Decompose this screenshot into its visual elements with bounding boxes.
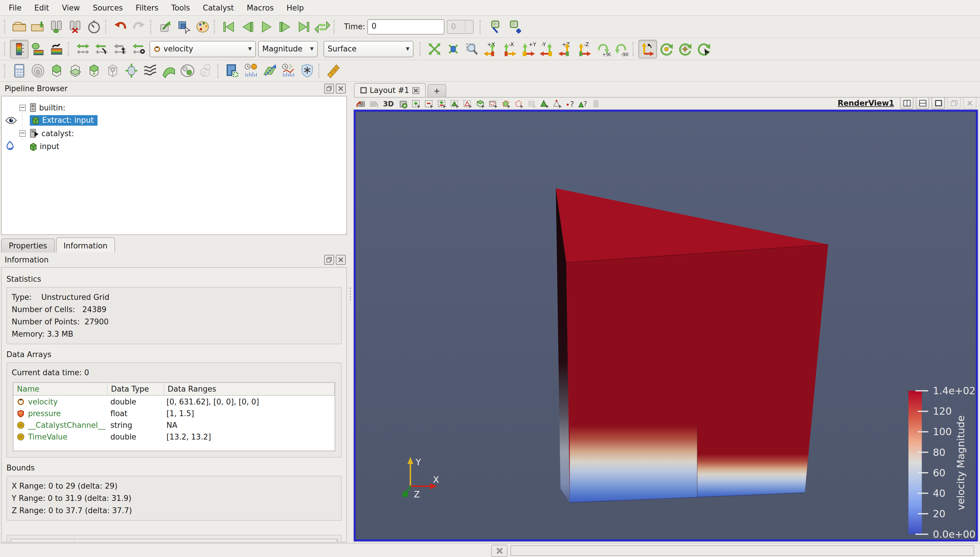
toolbar-grip[interactable] <box>105 20 109 34</box>
toolbar-grip[interactable] <box>4 42 8 56</box>
extract-subset-button[interactable] <box>103 61 122 80</box>
loop-button[interactable] <box>313 17 332 36</box>
disconnect-server-button[interactable] <box>66 17 85 36</box>
contour-filter-button[interactable] <box>29 61 47 80</box>
toolbar-grip[interactable] <box>217 64 221 78</box>
separate-color-map-button[interactable] <box>47 39 66 58</box>
split-vertical-button[interactable] <box>916 97 929 109</box>
pipeline-item-input[interactable]: input <box>2 140 346 153</box>
toolbar-grip[interactable] <box>479 20 484 34</box>
render-view-name[interactable]: RenderView1 <box>837 98 894 107</box>
timer-button[interactable] <box>85 17 103 36</box>
rescale-custom-range-button[interactable] <box>92 39 111 58</box>
zoom-to-data-button[interactable] <box>444 39 462 58</box>
previous-frame-button[interactable] <box>238 17 257 36</box>
column-header-ranges[interactable]: Data Ranges <box>164 383 335 395</box>
rotate-90-cw-button[interactable]: +90 <box>593 39 612 58</box>
collapse-expander-icon[interactable] <box>19 104 26 111</box>
reset-center-button[interactable] <box>676 39 694 58</box>
color-palette-button[interactable] <box>193 17 212 36</box>
menu-filters[interactable]: Filters <box>129 1 165 14</box>
zoom-to-box-button[interactable] <box>462 39 481 58</box>
slice-filter-button[interactable] <box>66 61 85 80</box>
select-cells-through-button[interactable] <box>475 98 486 109</box>
undo-button[interactable] <box>111 17 130 36</box>
select-points-polygon-button[interactable] <box>513 98 524 109</box>
tab-information[interactable]: Information <box>56 237 115 252</box>
menu-edit[interactable]: Edit <box>28 1 55 14</box>
close-tab-icon[interactable] <box>412 87 419 94</box>
panel-splitter[interactable] <box>348 82 353 544</box>
float-view-button[interactable] <box>947 97 961 109</box>
rescale-temporal-button[interactable] <box>111 39 130 58</box>
column-header-type[interactable]: Data Type <box>107 383 164 395</box>
toggle-color-legend-button[interactable] <box>10 39 29 58</box>
float-dock-button[interactable] <box>324 83 334 93</box>
menu-tools[interactable]: Tools <box>165 1 196 14</box>
grow-selection-button[interactable] <box>591 98 602 109</box>
interactive-select-cells-button[interactable] <box>539 98 550 109</box>
load-state-button[interactable] <box>156 17 175 36</box>
interactive-select-points-button[interactable] <box>552 98 563 109</box>
reset-camera-button[interactable] <box>425 39 444 58</box>
save-data-button[interactable] <box>29 17 47 36</box>
select-points-on-button[interactable] <box>462 98 473 109</box>
glyph-filter-button[interactable] <box>122 61 141 80</box>
select-cells-toggle-button[interactable] <box>436 98 447 109</box>
ruler-button[interactable] <box>324 61 343 80</box>
toggle-2d-3d-button[interactable]: 3D <box>381 98 396 109</box>
pipeline-item-builtin[interactable]: builtin: <box>2 101 346 114</box>
tab-layout-1[interactable]: Layout #1 <box>354 83 425 97</box>
visibility-eye-icon[interactable] <box>5 116 17 124</box>
frame-spinner[interactable]: 0 <box>447 20 474 34</box>
select-block-button[interactable] <box>526 98 537 109</box>
extract-block-button[interactable] <box>197 61 216 80</box>
representation-combo[interactable]: Surface ▼ <box>324 41 414 57</box>
time-input[interactable]: 0 <box>367 19 445 34</box>
view-minus-z-button[interactable]: -Z <box>575 39 593 58</box>
capture-view-button[interactable] <box>398 98 409 109</box>
play-button[interactable] <box>257 17 276 36</box>
component-combo[interactable]: Magnitude ▼ <box>258 41 318 57</box>
column-header-name[interactable]: Name <box>13 383 107 395</box>
toolbar-grip[interactable] <box>68 42 72 56</box>
split-horizontal-button[interactable] <box>900 97 913 109</box>
maximize-view-button[interactable] <box>931 97 945 109</box>
calculator-filter-button[interactable] <box>10 61 29 80</box>
abort-progress-button[interactable] <box>491 545 508 557</box>
view-plus-y-button[interactable]: +Y <box>519 39 537 58</box>
pick-center-button[interactable] <box>694 39 713 58</box>
edit-color-map-button[interactable] <box>29 39 47 58</box>
toolbar-grip[interactable] <box>150 20 154 34</box>
select-cells-rect-button[interactable] <box>410 98 422 109</box>
toolbar-grip[interactable] <box>318 64 322 78</box>
hover-cells-query-button[interactable]: ? <box>578 98 589 109</box>
menu-view[interactable]: View <box>55 1 86 14</box>
float-dock-button[interactable] <box>324 254 334 264</box>
plot-data-over-time-button[interactable] <box>279 61 298 80</box>
live-source-icon[interactable] <box>5 141 15 151</box>
close-view-button[interactable] <box>963 97 977 109</box>
select-cells-polygon-button[interactable] <box>501 98 512 109</box>
toolbar-grip[interactable] <box>214 20 218 34</box>
menu-help[interactable]: Help <box>280 1 310 14</box>
camera-undo-button[interactable] <box>355 98 366 109</box>
close-dock-button[interactable] <box>336 254 346 264</box>
stream-tracer-button[interactable] <box>141 61 159 80</box>
clip-filter-button[interactable] <box>47 61 66 80</box>
pipeline-item-catalyst[interactable]: catalyst: <box>2 127 346 140</box>
toolbar-grip[interactable] <box>633 42 637 56</box>
plot-over-line-button[interactable] <box>260 61 279 80</box>
rescale-to-data-button[interactable] <box>74 39 92 58</box>
menu-sources[interactable]: Sources <box>86 1 129 14</box>
camera-redo-button[interactable] <box>368 98 379 109</box>
toolbar-grip[interactable] <box>333 20 337 34</box>
render-viewport[interactable]: Y X Z 1.4e+02 120 100 80 <box>354 110 978 541</box>
plot-selection-over-time-button[interactable] <box>242 61 260 80</box>
center-rotation-button[interactable] <box>657 39 676 58</box>
new-layout-tab[interactable]: + <box>427 84 446 97</box>
collapse-expander-icon[interactable] <box>19 130 26 137</box>
menu-catalyst[interactable]: Catalyst <box>196 1 241 14</box>
column-header-index[interactable]: Index <box>11 539 75 542</box>
open-file-button[interactable] <box>10 17 29 36</box>
